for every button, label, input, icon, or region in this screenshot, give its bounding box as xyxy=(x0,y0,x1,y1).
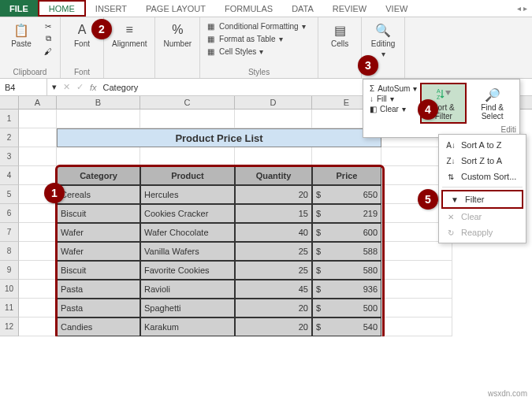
sort-z-a[interactable]: Z↓Sort Z to A xyxy=(439,153,526,169)
row-1[interactable]: 1 xyxy=(0,110,19,128)
cell-styles-button[interactable]: ▦Cell Styles ▾ xyxy=(205,46,313,57)
col-D[interactable]: D xyxy=(235,96,312,109)
editing-footer-label: Editi xyxy=(366,124,516,134)
tab-data[interactable]: DATA xyxy=(282,0,323,17)
cell-grid[interactable]: Product Price List Category Product Quan… xyxy=(19,110,452,336)
tab-insert[interactable]: INSERT xyxy=(86,0,136,17)
callout-1: 1 xyxy=(44,183,65,203)
table-row[interactable]: PastaRavioli45$936 xyxy=(19,280,452,299)
tab-pagelayout[interactable]: PAGE LAYOUT xyxy=(136,0,215,17)
table-row[interactable]: CerealsHercules20$650 xyxy=(19,185,452,204)
condfmt-icon: ▦ xyxy=(205,21,216,31)
paste-icon: 📋 xyxy=(13,22,29,38)
cancel-icon[interactable]: ✕ xyxy=(63,82,70,92)
row-4[interactable]: 4 xyxy=(0,166,19,185)
tab-home[interactable]: HOME xyxy=(38,0,86,17)
tab-file[interactable]: FILE xyxy=(0,0,38,17)
hdr-quantity[interactable]: Quantity xyxy=(235,166,312,185)
ribbon-tabs: FILE HOME INSERT PAGE LAYOUT FORMULAS DA… xyxy=(0,0,532,17)
title-cell[interactable]: Product Price List xyxy=(57,128,381,147)
paste-button[interactable]: 📋 Paste xyxy=(5,20,38,50)
row-12[interactable]: 12 xyxy=(0,317,19,336)
reapply-icon: ↻ xyxy=(445,227,456,238)
font-icon: A xyxy=(74,22,90,38)
table-row[interactable]: BiscuitFavorite Cookies25$580 xyxy=(19,261,452,280)
fill-button[interactable]: ↓Fill ▾ xyxy=(370,95,417,103)
name-box[interactable]: B4 xyxy=(0,79,47,95)
clear-button[interactable]: ◧Clear ▾ xyxy=(370,105,417,113)
formatpainter-button[interactable]: 🖌 xyxy=(41,46,55,57)
tab-review[interactable]: REVIEW xyxy=(323,0,376,17)
conditional-formatting-button[interactable]: ▦Conditional Formatting ▾ xyxy=(205,20,313,32)
callout-3: 3 xyxy=(358,55,378,76)
col-B[interactable]: B xyxy=(57,96,140,109)
row-2[interactable]: 2 xyxy=(0,128,19,147)
editing-button[interactable]: 🔍 Editing ▾ xyxy=(366,20,400,60)
table-row[interactable]: WaferWafer Chocolate40$600 xyxy=(19,223,452,242)
tab-overflow[interactable]: ◂ ▸ xyxy=(512,0,532,17)
sort-a-z[interactable]: A↓Sort A to Z xyxy=(439,137,526,153)
callout-2: 2 xyxy=(91,19,112,39)
row-10[interactable]: 10 xyxy=(0,280,19,299)
font-label: Font xyxy=(74,39,90,48)
hdr-category[interactable]: Category xyxy=(57,166,140,185)
hdr-price[interactable]: Price xyxy=(312,166,381,185)
enter-icon[interactable]: ✓ xyxy=(76,82,84,92)
filter-item[interactable]: ▼Filter xyxy=(441,190,523,209)
row-9[interactable]: 9 xyxy=(0,261,19,280)
reapply-filter: ↻Reapply xyxy=(439,225,526,240)
cells-icon: ▤ xyxy=(332,22,348,38)
col-A[interactable]: A xyxy=(19,96,57,109)
table-row[interactable]: PastaSpaghetti20$500 xyxy=(19,299,452,317)
group-cells: ▤ Cells xyxy=(318,17,362,78)
eraser-icon: ◧ xyxy=(370,105,377,113)
cells-button[interactable]: ▤ Cells xyxy=(323,20,356,50)
format-as-table-button[interactable]: ▦Format as Table ▾ xyxy=(205,33,313,44)
sigma-icon: Σ xyxy=(370,84,374,93)
group-clipboard: 📋 Paste ✂ ⧉ 🖌 Clipboard xyxy=(0,17,61,78)
table-row[interactable]: WaferVanilla Wafers25$588 xyxy=(19,242,452,261)
clipboard-group-label: Clipboard xyxy=(5,66,55,76)
row-6[interactable]: 6 xyxy=(0,204,19,223)
fill-icon: ↓ xyxy=(370,95,374,103)
cellstyle-icon: ▦ xyxy=(205,46,216,56)
table-row[interactable]: BiscuitCookies Cracker15$219 xyxy=(19,204,452,223)
autosum-button[interactable]: ΣAutoSum ▾ xyxy=(370,84,417,93)
sort-az-icon: A↓ xyxy=(445,139,456,150)
tab-formulas[interactable]: FORMULAS xyxy=(215,0,282,17)
styles-group-label: Styles xyxy=(205,66,313,76)
find-select-button[interactable]: 🔎 Find & Select xyxy=(468,83,516,124)
select-all-corner[interactable] xyxy=(0,96,19,109)
chevron-down-icon: ▾ xyxy=(381,50,385,58)
callout-4: 4 xyxy=(418,99,438,120)
sort-za-icon: Z↓ xyxy=(445,155,456,166)
row-7[interactable]: 7 xyxy=(0,223,19,242)
alignment-button[interactable]: ≡ Alignment xyxy=(109,20,150,50)
alignment-icon: ≡ xyxy=(121,22,137,38)
row-5[interactable]: 5 xyxy=(0,185,19,204)
fx-icon[interactable]: fx xyxy=(90,83,97,92)
tab-view[interactable]: VIEW xyxy=(376,0,417,17)
custom-sort[interactable]: ⇅Custom Sort... xyxy=(439,169,526,184)
find-icon: 🔎 xyxy=(484,86,501,103)
clear-filter: ✕Clear xyxy=(439,209,526,225)
table-row[interactable]: CandiesKarakum20$540 xyxy=(19,317,452,336)
number-label: Number xyxy=(163,39,192,48)
group-alignment: ≡ Alignment xyxy=(104,17,155,78)
custom-sort-icon: ⇅ xyxy=(445,171,456,182)
row-headers: 1 2 3 4 5 6 7 8 9 10 11 12 xyxy=(0,110,19,336)
namebox-dropdown[interactable]: ▾ xyxy=(52,82,57,92)
formula-input[interactable]: Category xyxy=(103,83,139,92)
row-8[interactable]: 8 xyxy=(0,242,19,261)
copy-button[interactable]: ⧉ xyxy=(41,33,55,44)
callout-5: 5 xyxy=(418,189,438,210)
svg-text:A: A xyxy=(437,88,441,94)
cut-button[interactable]: ✂ xyxy=(41,20,55,32)
hdr-product[interactable]: Product xyxy=(140,166,235,185)
row-3[interactable]: 3 xyxy=(0,147,19,166)
number-button[interactable]: % Number xyxy=(160,20,195,50)
table-icon: ▦ xyxy=(205,34,216,43)
number-icon: % xyxy=(169,22,185,38)
row-11[interactable]: 11 xyxy=(0,299,19,317)
col-C[interactable]: C xyxy=(140,96,235,109)
